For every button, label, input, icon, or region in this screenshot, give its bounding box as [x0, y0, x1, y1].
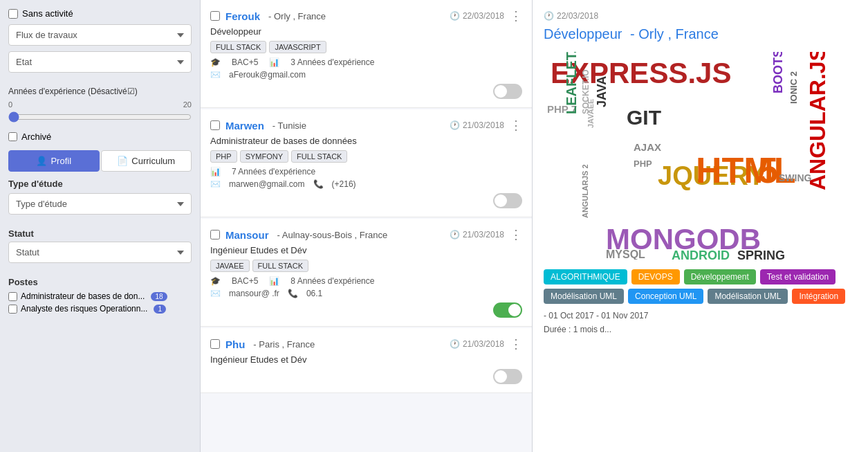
card-contact: ✉️ mansour@ .fr📞 06.1	[210, 289, 522, 298]
exp-icon: 📊	[269, 276, 279, 286]
exp-icon: 📊	[210, 167, 221, 177]
active-toggle[interactable]	[493, 84, 522, 99]
archive-checkbox[interactable]	[8, 132, 17, 141]
curriculum-tab[interactable]: 📄 Curriculum	[101, 150, 192, 172]
candidate-location: - Tunisie	[273, 120, 306, 131]
archive-label: Archivé	[21, 132, 51, 142]
annees-experience-section: Années d'expérience (Désactivé☑) 0 20	[8, 87, 192, 125]
word-cloud: EXPRESS.JSPHP 7LEAFLET.JSJAVASOCKET.IOJA…	[544, 52, 857, 260]
candidates-container: Ferouk - Orly , France 🕐22/03/2018 ⋮ Dév…	[201, 0, 532, 393]
active-toggle[interactable]	[493, 302, 522, 318]
more-options-icon[interactable]: ⋮	[510, 227, 522, 242]
date-range: - 01 Oct 2017 - 01 Nov 2017	[544, 311, 857, 320]
cloud-word: ANDROID	[672, 249, 730, 260]
postes-checkbox[interactable]	[8, 305, 17, 314]
bottom-skill-tag: Modélisation UML	[544, 289, 624, 304]
sidebar: Sans activité Flux de travaux Etat Année…	[0, 0, 201, 452]
card-date: 🕐22/03/2018	[450, 11, 504, 21]
bottom-skill-tag: DEVOPS	[631, 269, 680, 284]
candidate-card: Ferouk - Orly , France 🕐22/03/2018 ⋮ Dév…	[201, 0, 532, 108]
card-info: 🎓 BAC+5📊 8 Années d'expérience	[210, 276, 522, 286]
card-date: 🕐21/03/2018	[450, 120, 504, 130]
bottom-skill-tag: Test et validation	[760, 269, 835, 284]
card-date: 🕐21/03/2018	[450, 339, 504, 349]
card-checkbox[interactable]	[210, 339, 220, 349]
toggle-wrap	[210, 369, 522, 384]
bottom-skill-tag: Conception UML	[628, 289, 703, 304]
bottom-skill-tag: ALGORITHMIQUE	[544, 269, 627, 284]
cloud-word: IONIC 2	[789, 71, 798, 104]
type-etude-section: Type d'étude Type d'étude	[8, 179, 192, 220]
card-checkbox[interactable]	[210, 11, 220, 21]
right-panel: 🕐 22/03/2018 Développeur - Orly , France…	[533, 0, 868, 452]
exp-icon: 📊	[269, 57, 279, 67]
card-contact: ✉️ marwen@gmail.com📞 (+216)	[210, 179, 522, 189]
education-icon: 🎓	[210, 276, 221, 286]
postes-section: Postes Administrateur de bases de don...…	[8, 277, 192, 314]
skill-tag: JAVAEE	[210, 260, 250, 272]
card-header: Ferouk - Orly , France 🕐22/03/2018 ⋮	[210, 8, 522, 24]
card-title: Développeur	[210, 26, 522, 37]
cloud-word: ANGULAR.JS	[806, 52, 829, 190]
clock-icon: 🕐	[450, 11, 460, 21]
tags: FULL STACKJAVASCRIPT	[210, 41, 522, 53]
duration-label: Durée : 1 mois d...	[544, 325, 857, 334]
card-header-left: Marwen - Tunisie	[210, 120, 306, 132]
document-icon: 📄	[117, 156, 128, 166]
postes-item: Analyste des risques Operationn...1	[8, 304, 192, 314]
cloud-word: ANGULARJS 2	[582, 164, 589, 218]
bottom-skill-tag: Modélisation UML	[708, 289, 788, 304]
card-date: 🕐21/03/2018	[450, 230, 504, 239]
more-options-icon[interactable]: ⋮	[510, 8, 522, 24]
sans-activite-section: Sans activité Flux de travaux Etat	[8, 8, 192, 78]
sans-activite-row: Sans activité	[8, 8, 192, 19]
candidate-name[interactable]: Ferouk	[225, 10, 260, 22]
etat-select[interactable]: Etat	[8, 51, 192, 73]
candidate-name[interactable]: Mansour	[225, 229, 269, 241]
candidate-name[interactable]: Marwen	[225, 120, 264, 132]
experience-slider[interactable]	[8, 111, 192, 123]
more-options-icon[interactable]: ⋮	[510, 336, 522, 352]
cloud-word: JAVAEE	[587, 99, 595, 128]
cloud-word: JAVA	[595, 76, 608, 107]
person-icon: 👤	[36, 156, 47, 166]
postes-list: Administrateur de bases de don...18 Anal…	[8, 291, 192, 314]
card-header-left: Mansour - Aulnay-sous-Bois , France	[210, 229, 387, 241]
card-checkbox[interactable]	[210, 230, 220, 239]
card-header-left: Phu - Paris , France	[210, 338, 315, 350]
postes-item: Administrateur de bases de don...18	[8, 291, 192, 301]
skill-tag: SYMFONY	[240, 150, 288, 163]
card-header-left: Ferouk - Orly , France	[210, 10, 326, 22]
profil-tab[interactable]: 👤 Profil	[8, 150, 100, 172]
candidate-card: Marwen - Tunisie 🕐21/03/2018 ⋮ Administr…	[201, 109, 532, 217]
clock-icon: 🕐	[450, 339, 460, 349]
candidate-card: Phu - Paris , France 🕐21/03/2018 ⋮ Ingén…	[201, 328, 532, 393]
toggle-wrap	[210, 193, 522, 208]
email-icon: ✉️	[210, 179, 221, 189]
card-title: Administrateur de bases de données	[210, 136, 522, 146]
cloud-word: SPRING	[737, 249, 785, 260]
type-etude-select[interactable]: Type d'étude	[8, 193, 192, 215]
flux-travaux-select[interactable]: Flux de travaux	[8, 24, 192, 46]
card-checkbox[interactable]	[210, 120, 220, 130]
slider-range: 0 20	[8, 100, 192, 109]
toggle-wrap	[210, 84, 522, 99]
candidate-name[interactable]: Phu	[225, 338, 245, 350]
sans-activite-checkbox[interactable]	[8, 9, 18, 19]
postes-checkbox[interactable]	[8, 292, 17, 301]
candidates-list: Ferouk - Orly , France 🕐22/03/2018 ⋮ Dév…	[201, 0, 533, 452]
active-toggle[interactable]	[493, 369, 522, 384]
statut-section: Statut Statut	[8, 228, 192, 269]
more-options-icon[interactable]: ⋮	[510, 118, 522, 133]
statut-label: Statut	[8, 228, 192, 239]
active-toggle[interactable]	[493, 193, 522, 208]
bottom-skill-tag: Développement	[684, 269, 756, 284]
cloud-word: SWING	[779, 173, 811, 183]
candidate-location: - Paris , France	[253, 339, 315, 350]
cloud-word: MYSQL	[606, 249, 645, 260]
statut-select[interactable]: Statut	[8, 242, 192, 263]
card-info: 🎓 BAC+5📊 3 Années d'expérience	[210, 57, 522, 67]
card-title: Ingénieur Etudes et Dév	[210, 354, 522, 365]
cloud-word: LEAFLET.JS	[564, 52, 578, 114]
card-info: 📊 7 Années d'expérience	[210, 167, 522, 177]
